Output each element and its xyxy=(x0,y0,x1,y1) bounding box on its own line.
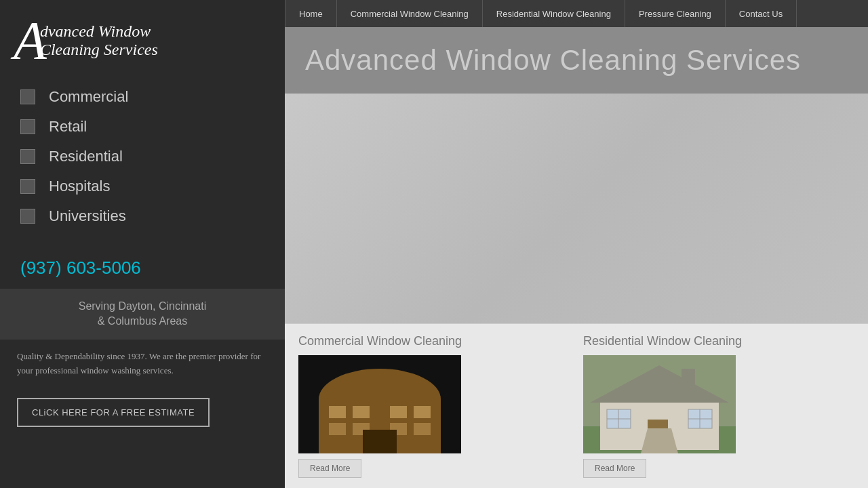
nav-item-commercial[interactable]: Commercial xyxy=(20,88,264,106)
nav-label-universities: Universities xyxy=(49,207,126,225)
nav-label-residential: Residential xyxy=(49,148,123,165)
nav-checkbox-hospitals xyxy=(20,179,35,194)
service-title-residential: Residential Window Cleaning xyxy=(583,334,854,348)
nav-label-hospitals: Hospitals xyxy=(49,178,110,195)
svg-rect-11 xyxy=(414,423,431,435)
top-nav-pressure[interactable]: Pressure Cleaning xyxy=(625,0,726,27)
nav-checkbox-residential xyxy=(20,149,35,164)
residential-house-image xyxy=(583,355,736,453)
svg-rect-7 xyxy=(414,406,431,418)
nav-item-hospitals[interactable]: Hospitals xyxy=(20,178,264,195)
description-text: Quality & Dependability since 1937. We a… xyxy=(17,350,268,378)
top-nav-home[interactable]: Home xyxy=(285,0,337,27)
services-section: Commercial Window Cleaning Read More xyxy=(285,323,868,488)
header-banner: Advanced Window Cleaning Services xyxy=(285,27,868,94)
top-nav-residential-window[interactable]: Residential Window Cleaning xyxy=(483,0,625,27)
service-title-commercial: Commercial Window Cleaning xyxy=(298,334,570,348)
svg-rect-17 xyxy=(682,369,695,392)
phone-section: (937) 603-5006 xyxy=(0,251,285,289)
service-card-commercial: Commercial Window Cleaning Read More xyxy=(298,334,570,478)
top-nav-commercial-window[interactable]: Commercial Window Cleaning xyxy=(337,0,483,27)
logo-text: dvanced WindowCleaning Services xyxy=(40,22,158,59)
commercial-building-image xyxy=(298,355,461,453)
top-nav: Home Commercial Window Cleaning Resident… xyxy=(285,0,868,27)
nav-label-retail: Retail xyxy=(49,118,87,136)
cta-section: CLiCK HERE FOR A FREE ESTIMATE xyxy=(0,388,285,437)
description-section: Quality & Dependability since 1937. We a… xyxy=(0,340,285,388)
nav-checkbox-commercial xyxy=(20,89,35,104)
read-more-commercial[interactable]: Read More xyxy=(298,459,361,478)
nav-item-universities[interactable]: Universities xyxy=(20,207,264,225)
phone-link[interactable]: (937) 603-5006 xyxy=(20,258,141,278)
svg-rect-6 xyxy=(390,406,407,418)
svg-rect-8 xyxy=(329,423,346,435)
nav-item-residential[interactable]: Residential xyxy=(20,148,264,165)
free-estimate-button[interactable]: CLiCK HERE FOR A FREE ESTIMATE xyxy=(17,398,210,427)
nav-checkbox-retail xyxy=(20,119,35,134)
serving-section: Serving Dayton, Cincinnati& Columbus Are… xyxy=(0,289,285,340)
nav-checkbox-universities xyxy=(20,209,35,224)
service-card-residential: Residential Window Cleaning xyxy=(583,334,854,478)
logo-area: A dvanced WindowCleaning Services xyxy=(0,0,285,75)
service-nav-list: Commercial Retail Residential Hospitals … xyxy=(0,75,285,251)
page-title: Advanced Window Cleaning Services xyxy=(305,44,848,77)
hero-background xyxy=(285,94,868,323)
svg-rect-4 xyxy=(329,406,346,418)
svg-rect-5 xyxy=(353,406,370,418)
top-nav-contact[interactable]: Contact Us xyxy=(726,0,797,27)
sidebar: A dvanced WindowCleaning Services Commer… xyxy=(0,0,285,488)
svg-rect-12 xyxy=(363,430,397,453)
nav-label-commercial: Commercial xyxy=(49,88,128,106)
serving-text: Serving Dayton, Cincinnati& Columbus Are… xyxy=(20,299,264,329)
main-content: Home Commercial Window Cleaning Resident… xyxy=(285,0,868,488)
nav-item-retail[interactable]: Retail xyxy=(20,118,264,136)
hero-slideshow xyxy=(285,94,868,323)
read-more-residential[interactable]: Read More xyxy=(583,459,646,478)
